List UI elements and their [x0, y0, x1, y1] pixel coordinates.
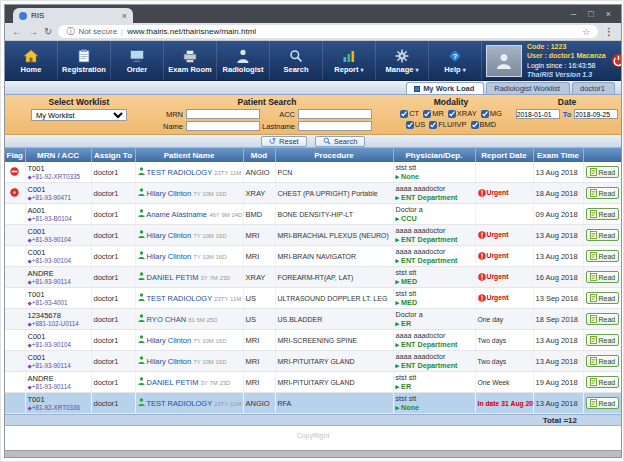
lastname-input[interactable]	[298, 121, 372, 131]
patient-name-cell[interactable]: DANIEL PETIM 3Y 7M 23D	[135, 267, 243, 288]
patient-name-link[interactable]: Hilary Clinton	[147, 357, 192, 366]
acc-input[interactable]	[298, 109, 372, 119]
checkbox[interactable]	[429, 121, 437, 129]
patient-name-cell[interactable]: TEST RADIOLOGY 23TY 11M 22D	[135, 393, 243, 414]
checkbox[interactable]	[400, 110, 408, 118]
modality-checkbox-xray[interactable]: XRAY	[448, 109, 477, 118]
modality-checkbox-mr[interactable]: MR	[423, 109, 444, 118]
patient-name-cell[interactable]: Aname Alastname 46Y 9M 24D	[135, 204, 243, 225]
patient-name-cell[interactable]: Hilary Clinton 7Y 10M 16D	[135, 183, 243, 204]
read-button[interactable]: Read	[586, 187, 620, 199]
tab-radiologist-worklist[interactable]: Radiologist Worklist	[486, 82, 570, 94]
date-to-input[interactable]	[574, 109, 618, 119]
modality-checkbox-fluivp[interactable]: FLU/IVP	[429, 120, 466, 129]
patient-name-cell[interactable]: Hilary Clinton 7Y 10M 16D	[135, 225, 243, 246]
toolbar-item-examroom[interactable]: Exam Room	[164, 41, 217, 80]
toolbar-item-report[interactable]: Report ▾	[323, 41, 376, 80]
read-button[interactable]: Read	[586, 355, 620, 367]
read-button[interactable]: Read	[586, 376, 620, 388]
patient-name-cell[interactable]: Hilary Clinton 7Y 10M 16D	[135, 330, 243, 351]
patient-name-link[interactable]: Aname Alastname	[146, 210, 207, 219]
patient-name-cell[interactable]: TEST RADIOLOGY 23TY 11M 22D	[135, 288, 243, 309]
bookmark-star-icon[interactable]: ☆	[582, 27, 590, 37]
checkbox[interactable]	[481, 110, 489, 118]
patient-name-link[interactable]: RYO CHAN	[147, 315, 186, 324]
read-button[interactable]: Read	[586, 229, 620, 241]
patient-name-link[interactable]: DANIEL PETIM	[147, 273, 199, 282]
toolbar-item-order[interactable]: Order	[111, 41, 164, 80]
read-button[interactable]: Read	[586, 334, 620, 346]
reload-icon[interactable]: ↻	[44, 27, 52, 37]
patient-name-link[interactable]: TEST RADIOLOGY	[146, 399, 212, 408]
patient-name-link[interactable]: TEST RADIOLOGY	[146, 168, 212, 177]
patient-name-link[interactable]: TEST RADIOLOGY	[146, 294, 212, 303]
read-button[interactable]: Read	[586, 271, 620, 283]
browser-tab[interactable]: RIS ×	[13, 8, 133, 23]
tab-my-work-load[interactable]: My Work Load	[406, 82, 484, 94]
patient-name-cell[interactable]: Hilary Clinton 7Y 10M 16D	[135, 351, 243, 372]
checkbox[interactable]	[406, 121, 414, 129]
patient-name-cell[interactable]: Hilary Clinton 7Y 10M 16D	[135, 246, 243, 267]
toolbar-item-registration[interactable]: Registration	[58, 41, 111, 80]
modality-checkbox-ct[interactable]: CT	[400, 109, 419, 118]
browser-addressbar: ← → ↻ ⓘ Not secure | www.thairis.net/tha…	[5, 23, 621, 41]
table-row[interactable]: C001◆+81-93-90104doctor1 Hilary Clinton …	[5, 330, 621, 351]
read-button[interactable]: Read	[586, 292, 620, 304]
read-button[interactable]: Read	[586, 397, 620, 409]
search-button[interactable]: Search	[315, 136, 366, 147]
table-row[interactable]: ANDRE◆+81-93-90114doctor1 DANIEL PETIM 3…	[5, 372, 621, 393]
patient-name-link[interactable]: Hilary Clinton	[147, 231, 192, 240]
table-row[interactable]: A001◆+81-93-B0104doctor1 Aname Alastname…	[5, 204, 621, 225]
table-row[interactable]: 12345678◆+881-102-U0114doctor1 RYO CHAN …	[5, 309, 621, 330]
minimize-icon[interactable]: –	[571, 9, 576, 19]
table-row[interactable]: ANDRE◆+81-93-90114doctor1 DANIEL PETIM 3…	[5, 267, 621, 288]
table-row[interactable]: C001◆+81-93-90114doctor1 Hilary Clinton …	[5, 351, 621, 372]
checkbox[interactable]	[471, 121, 479, 129]
read-button[interactable]: Read	[586, 313, 620, 325]
checkbox[interactable]	[423, 110, 431, 118]
toolbar-item-label: Search	[283, 65, 308, 74]
toolbar-item-help[interactable]: ?Help ▾	[429, 41, 482, 80]
mrn-input[interactable]	[186, 109, 260, 119]
patient-name-link[interactable]: Hilary Clinton	[147, 252, 192, 261]
patient-name-link[interactable]: Hilary Clinton	[147, 189, 192, 198]
close-icon[interactable]: ×	[606, 9, 611, 19]
forward-icon[interactable]: →	[28, 27, 38, 37]
table-row[interactable]: C001◆+81-93-90104doctor1 Hilary Clinton …	[5, 225, 621, 246]
patient-name-link[interactable]: DANIEL PETIM	[147, 378, 199, 387]
modality-checkbox-mg[interactable]: MG	[481, 109, 502, 118]
tab-doctor1[interactable]: doctor1	[572, 82, 615, 94]
toolbar-item-home[interactable]: Home	[5, 41, 58, 80]
exam-time-cell: 13 Aug 2018	[533, 393, 583, 414]
toolbar-item-manage[interactable]: Manage ▾	[376, 41, 429, 80]
table-row[interactable]: T001◆+81-92-XRT0336doctor1 TEST RADIOLOG…	[5, 393, 621, 414]
patient-name-cell[interactable]: RYO CHAN 81 6M 25D	[135, 309, 243, 330]
toolbar-item-radiologist[interactable]: Radiologist	[217, 41, 270, 80]
back-icon[interactable]: ←	[12, 27, 22, 37]
patient-name-cell[interactable]: TEST RADIOLOGY 23TY 11M 22D	[135, 162, 243, 183]
logout-power-button[interactable]	[611, 53, 622, 68]
assign-to-cell: doctor1	[91, 246, 135, 267]
reset-button[interactable]: ↺ Reset	[261, 136, 307, 147]
toolbar-item-search[interactable]: Search	[270, 41, 323, 80]
date-from-input[interactable]	[516, 109, 560, 119]
checkbox[interactable]	[448, 110, 456, 118]
browser-menu-icon[interactable]: ⋮	[604, 26, 614, 37]
url-box[interactable]: ⓘ Not secure | www.thairis.net/thairisne…	[58, 25, 598, 38]
info-icon[interactable]: ⓘ	[66, 26, 74, 37]
modality-checkbox-bmd[interactable]: BMD	[471, 120, 497, 129]
table-row[interactable]: T001◆+81-92-XRT0335doctor1 TEST RADIOLOG…	[5, 162, 621, 183]
read-button[interactable]: Read	[586, 250, 620, 262]
maximize-icon[interactable]: □	[588, 9, 593, 19]
worklist-select[interactable]: My Worklist	[31, 109, 127, 121]
table-row[interactable]: C001◆+81-93-90471doctor1 Hilary Clinton …	[5, 183, 621, 204]
patient-name-cell[interactable]: DANIEL PETIM 3Y 7M 23D	[135, 372, 243, 393]
table-row[interactable]: T001◆+81-93-4001doctor1 TEST RADIOLOGY 2…	[5, 288, 621, 309]
modality-checkbox-us[interactable]: US	[406, 120, 425, 129]
tab-close-icon[interactable]: ×	[122, 11, 127, 21]
patient-name-link[interactable]: Hilary Clinton	[147, 336, 192, 345]
read-button[interactable]: Read	[586, 208, 620, 220]
name-input[interactable]	[186, 121, 260, 131]
table-row[interactable]: C001◆+81-93-90104doctor1 Hilary Clinton …	[5, 246, 621, 267]
read-button[interactable]: Read	[586, 166, 620, 178]
